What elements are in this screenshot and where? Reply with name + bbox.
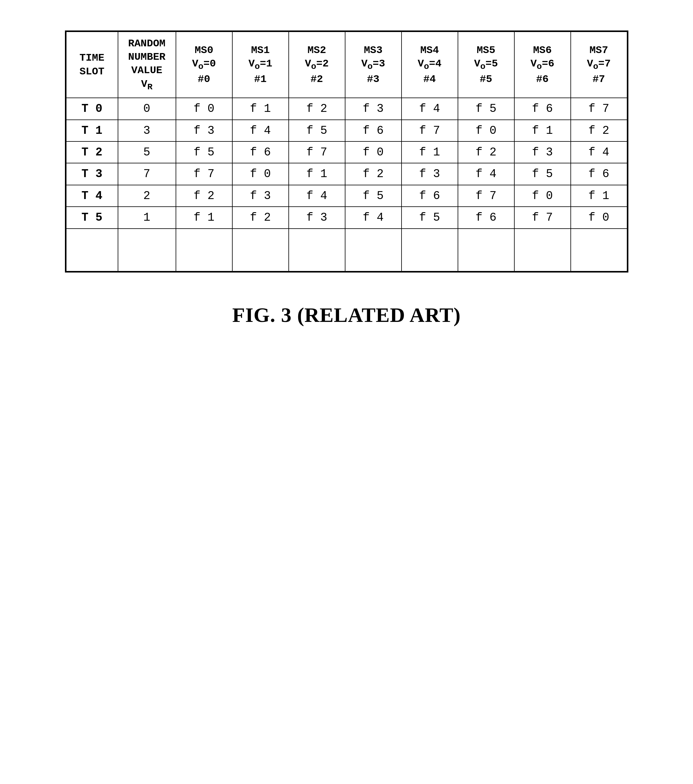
cell-ms5-row2: f 2 (458, 142, 514, 163)
cell-ms4-row0: f 4 (401, 98, 458, 120)
cell-ms7-row0: f 7 (571, 98, 627, 120)
cell-ms0-row5: f 1 (176, 207, 232, 228)
cell-ms6-row4: f 0 (514, 185, 571, 207)
table-row: T 13f 3f 4f 5f 6f 7f 0f 1f 2 (66, 120, 627, 142)
cell-ms7-row5: f 0 (571, 207, 627, 228)
cell-random-row5: 1 (118, 207, 176, 228)
table-header-row: TIMESLOT RANDOMNUMBERVALUEVR MS0Vo=0#0 M… (66, 32, 627, 98)
empty-row (66, 229, 627, 271)
cell-ms6-row1: f 1 (514, 120, 571, 142)
cell-ms3-row4: f 5 (345, 185, 401, 207)
empty-cell (176, 229, 232, 271)
cell-ms6-row5: f 7 (514, 207, 571, 228)
table-wrapper: TIMESLOT RANDOMNUMBERVALUEVR MS0Vo=0#0 M… (65, 30, 629, 272)
figure-caption: FIG. 3 (RELATED ART) (232, 303, 461, 327)
cell-ms1-row3: f 0 (232, 163, 289, 185)
cell-ms1-row1: f 4 (232, 120, 289, 142)
empty-cell (66, 229, 118, 271)
cell-ms7-row4: f 1 (571, 185, 627, 207)
cell-ms0-row3: f 7 (176, 163, 232, 185)
empty-cell (232, 229, 289, 271)
cell-ms6-row2: f 3 (514, 142, 571, 163)
cell-ms1-row4: f 3 (232, 185, 289, 207)
header-ms0: MS0Vo=0#0 (176, 32, 232, 98)
cell-ms0-row2: f 5 (176, 142, 232, 163)
empty-cell (514, 229, 571, 271)
cell-random-row3: 7 (118, 163, 176, 185)
header-ms1: MS1Vo=1#1 (232, 32, 289, 98)
header-ms3: MS3Vo=3#3 (345, 32, 401, 98)
cell-ms1-row5: f 2 (232, 207, 289, 228)
header-ms5: MS5Vo=5#5 (458, 32, 514, 98)
page-container: TIMESLOT RANDOMNUMBERVALUEVR MS0Vo=0#0 M… (12, 18, 681, 327)
cell-ms4-row2: f 1 (401, 142, 458, 163)
cell-slot-row3: T 3 (66, 163, 118, 185)
table-row: T 25f 5f 6f 7f 0f 1f 2f 3f 4 (66, 142, 627, 163)
empty-cell (289, 229, 345, 271)
cell-ms3-row0: f 3 (345, 98, 401, 120)
cell-ms3-row3: f 2 (345, 163, 401, 185)
table-row: T 42f 2f 3f 4f 5f 6f 7f 0f 1 (66, 185, 627, 207)
header-timeslot: TIMESLOT (66, 32, 118, 98)
cell-ms3-row5: f 4 (345, 207, 401, 228)
cell-ms1-row2: f 6 (232, 142, 289, 163)
cell-ms7-row1: f 2 (571, 120, 627, 142)
cell-ms5-row4: f 7 (458, 185, 514, 207)
cell-ms6-row0: f 6 (514, 98, 571, 120)
cell-ms4-row5: f 5 (401, 207, 458, 228)
header-ms6: MS6Vo=6#6 (514, 32, 571, 98)
cell-random-row4: 2 (118, 185, 176, 207)
cell-ms0-row1: f 3 (176, 120, 232, 142)
empty-cell (571, 229, 627, 271)
cell-random-row2: 5 (118, 142, 176, 163)
table-body: T 00f 0f 1f 2f 3f 4f 5f 6f 7T 13f 3f 4f … (66, 98, 627, 271)
cell-ms1-row0: f 1 (232, 98, 289, 120)
main-table: TIMESLOT RANDOMNUMBERVALUEVR MS0Vo=0#0 M… (66, 31, 627, 272)
table-row: T 00f 0f 1f 2f 3f 4f 5f 6f 7 (66, 98, 627, 120)
cell-ms0-row0: f 0 (176, 98, 232, 120)
cell-ms2-row4: f 4 (289, 185, 345, 207)
empty-cell (118, 229, 176, 271)
cell-ms5-row0: f 5 (458, 98, 514, 120)
cell-ms7-row2: f 4 (571, 142, 627, 163)
empty-cell (345, 229, 401, 271)
cell-ms5-row3: f 4 (458, 163, 514, 185)
cell-ms6-row3: f 5 (514, 163, 571, 185)
empty-cell (401, 229, 458, 271)
cell-ms4-row3: f 3 (401, 163, 458, 185)
cell-ms2-row1: f 5 (289, 120, 345, 142)
table-row: T 51f 1f 2f 3f 4f 5f 6f 7f 0 (66, 207, 627, 228)
cell-ms7-row3: f 6 (571, 163, 627, 185)
cell-random-row0: 0 (118, 98, 176, 120)
cell-ms3-row2: f 0 (345, 142, 401, 163)
cell-ms4-row1: f 7 (401, 120, 458, 142)
cell-ms2-row2: f 7 (289, 142, 345, 163)
empty-cell (458, 229, 514, 271)
cell-ms2-row3: f 1 (289, 163, 345, 185)
cell-slot-row2: T 2 (66, 142, 118, 163)
header-ms7: MS7Vo=7#7 (571, 32, 627, 98)
header-random: RANDOMNUMBERVALUEVR (118, 32, 176, 98)
cell-slot-row1: T 1 (66, 120, 118, 142)
cell-random-row1: 3 (118, 120, 176, 142)
cell-slot-row0: T 0 (66, 98, 118, 120)
cell-ms2-row0: f 2 (289, 98, 345, 120)
cell-ms5-row5: f 6 (458, 207, 514, 228)
cell-ms3-row1: f 6 (345, 120, 401, 142)
header-ms2: MS2Vo=2#2 (289, 32, 345, 98)
cell-slot-row5: T 5 (66, 207, 118, 228)
cell-slot-row4: T 4 (66, 185, 118, 207)
cell-ms4-row4: f 6 (401, 185, 458, 207)
cell-ms2-row5: f 3 (289, 207, 345, 228)
cell-ms0-row4: f 2 (176, 185, 232, 207)
table-row: T 37f 7f 0f 1f 2f 3f 4f 5f 6 (66, 163, 627, 185)
cell-ms5-row1: f 0 (458, 120, 514, 142)
header-ms4: MS4Vo=4#4 (401, 32, 458, 98)
